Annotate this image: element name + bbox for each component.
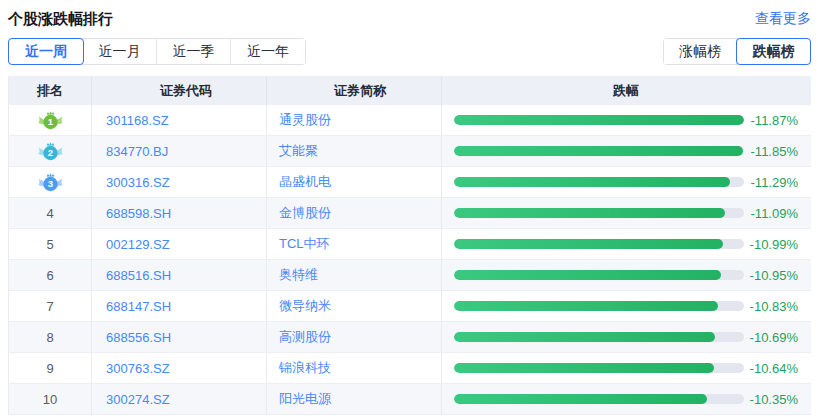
svg-text:2: 2: [47, 147, 52, 158]
stock-name-cell: 金博股份: [267, 198, 442, 228]
header-change: 跌幅: [442, 76, 811, 105]
header-code: 证券代码: [92, 76, 267, 105]
rank-number: 4: [46, 206, 53, 221]
stock-name[interactable]: 阳光电源: [279, 390, 331, 408]
change-bar: [454, 208, 725, 218]
change-bar: [454, 146, 743, 156]
header-rank: 排名: [9, 76, 92, 105]
stock-code[interactable]: 002129.SZ: [106, 237, 170, 252]
view-more-link[interactable]: 查看更多: [755, 10, 811, 28]
stock-code[interactable]: 300316.SZ: [106, 175, 170, 190]
svg-text:1: 1: [47, 116, 53, 127]
stock-code[interactable]: 688598.SH: [106, 206, 171, 221]
stock-code[interactable]: 834770.BJ: [106, 144, 168, 159]
table-row[interactable]: 9 300763.SZ 锦浪科技 -10.64%: [9, 353, 811, 384]
stock-code[interactable]: 688516.SH: [106, 268, 171, 283]
stock-code-cell: 688556.SH: [92, 322, 267, 352]
change-bar-track: [454, 208, 744, 218]
board-toggle-group: 涨幅榜跌幅榜: [663, 38, 811, 65]
stock-name-cell: TCL中环: [267, 229, 442, 259]
change-cell: -10.69%: [442, 322, 811, 352]
change-cell: -10.64%: [442, 353, 811, 383]
page-title: 个股涨跌幅排行: [8, 10, 113, 29]
rank-cell: 1: [9, 105, 92, 135]
change-cell: -10.83%: [442, 291, 811, 321]
change-bar: [454, 332, 715, 342]
stock-name-cell: 高测股份: [267, 322, 442, 352]
table-row[interactable]: 4 688598.SH 金博股份 -11.09%: [9, 198, 811, 229]
table-row[interactable]: 10 300274.SZ 阳光电源 -10.35%: [9, 384, 811, 415]
stock-name[interactable]: 晶盛机电: [279, 173, 331, 191]
stock-code-cell: 834770.BJ: [92, 136, 267, 166]
table-row[interactable]: 1 301168.SZ 通灵股份 -11.87%: [9, 105, 811, 136]
rank-cell: 7: [9, 291, 92, 321]
change-bar: [454, 177, 730, 187]
change-percent: -10.95%: [750, 268, 798, 283]
board-toggle-button[interactable]: 涨幅榜: [664, 39, 737, 64]
svg-text:3: 3: [47, 178, 52, 189]
controls-row: 近一周近一月近一季近一年 涨幅榜跌幅榜: [8, 38, 811, 65]
table-header-row: 排名 证券代码 证券简称 跌幅: [9, 76, 811, 105]
stock-ranking-widget: 个股涨跌幅排行 查看更多 近一周近一月近一季近一年 涨幅榜跌幅榜 排名 证券代码…: [0, 0, 818, 416]
stock-name[interactable]: 艾能聚: [279, 142, 318, 160]
stock-name[interactable]: 奥特维: [279, 266, 318, 284]
stock-name-cell: 奥特维: [267, 260, 442, 290]
table-row[interactable]: 2 834770.BJ 艾能聚 -11.85%: [9, 136, 811, 167]
change-percent: -11.29%: [751, 175, 798, 190]
change-percent: -10.99%: [750, 237, 798, 252]
stock-name[interactable]: 通灵股份: [279, 111, 331, 129]
period-tab[interactable]: 近一年: [231, 39, 305, 64]
board-toggle-button[interactable]: 跌幅榜: [736, 38, 811, 65]
rank-cell: 5: [9, 229, 92, 259]
rank-cell: 6: [9, 260, 92, 290]
change-bar-track: [454, 301, 744, 311]
change-percent: -10.35%: [750, 392, 798, 407]
period-tab[interactable]: 近一月: [83, 39, 157, 64]
stock-code[interactable]: 301168.SZ: [106, 113, 169, 128]
change-bar-track: [454, 363, 744, 373]
change-cell: -10.35%: [442, 384, 811, 414]
stock-code-cell: 688516.SH: [92, 260, 267, 290]
change-cell: -11.87%: [442, 105, 811, 135]
table-row[interactable]: 7 688147.SH 微导纳米 -10.83%: [9, 291, 811, 322]
table-body: 1 301168.SZ 通灵股份 -11.87% 2 834770.BJ 艾能聚…: [9, 105, 811, 415]
change-bar-track: [454, 270, 744, 280]
change-percent: -10.69%: [750, 330, 798, 345]
rank-number: 7: [46, 299, 53, 314]
stock-name[interactable]: TCL中环: [279, 235, 330, 253]
stock-code[interactable]: 300763.SZ: [106, 361, 170, 376]
stock-name-cell: 锦浪科技: [267, 353, 442, 383]
stock-code[interactable]: 300274.SZ: [106, 392, 170, 407]
stock-code-cell: 688147.SH: [92, 291, 267, 321]
stock-code[interactable]: 688147.SH: [106, 299, 171, 314]
stock-name[interactable]: 微导纳米: [279, 297, 331, 315]
change-bar-track: [454, 115, 744, 125]
stock-name[interactable]: 金博股份: [279, 204, 331, 222]
rank-number: 5: [46, 237, 53, 252]
stock-name-cell: 艾能聚: [267, 136, 442, 166]
table-row[interactable]: 3 300316.SZ 晶盛机电 -11.29%: [9, 167, 811, 198]
period-tab[interactable]: 近一周: [8, 38, 84, 65]
stock-code-cell: 688598.SH: [92, 198, 267, 228]
stock-name-cell: 通灵股份: [267, 105, 442, 135]
stock-name[interactable]: 锦浪科技: [279, 359, 331, 377]
table-row[interactable]: 8 688556.SH 高测股份 -10.69%: [9, 322, 811, 353]
change-bar: [454, 115, 744, 125]
rank-number: 8: [46, 330, 53, 345]
change-bar-track: [454, 239, 744, 249]
change-percent: -11.87%: [751, 113, 798, 128]
change-cell: -11.85%: [442, 136, 811, 166]
change-cell: -10.99%: [442, 229, 811, 259]
stock-code[interactable]: 688556.SH: [106, 330, 171, 345]
table-row[interactable]: 5 002129.SZ TCL中环 -10.99%: [9, 229, 811, 260]
stock-code-cell: 300274.SZ: [92, 384, 267, 414]
change-bar-track: [454, 146, 744, 156]
header-name: 证券简称: [267, 76, 442, 105]
stock-name[interactable]: 高测股份: [279, 328, 331, 346]
period-tab[interactable]: 近一季: [157, 39, 231, 64]
change-cell: -11.29%: [442, 167, 811, 197]
table-row[interactable]: 6 688516.SH 奥特维 -10.95%: [9, 260, 811, 291]
change-percent: -11.85%: [751, 144, 798, 159]
change-bar: [454, 394, 707, 404]
stock-code-cell: 002129.SZ: [92, 229, 267, 259]
